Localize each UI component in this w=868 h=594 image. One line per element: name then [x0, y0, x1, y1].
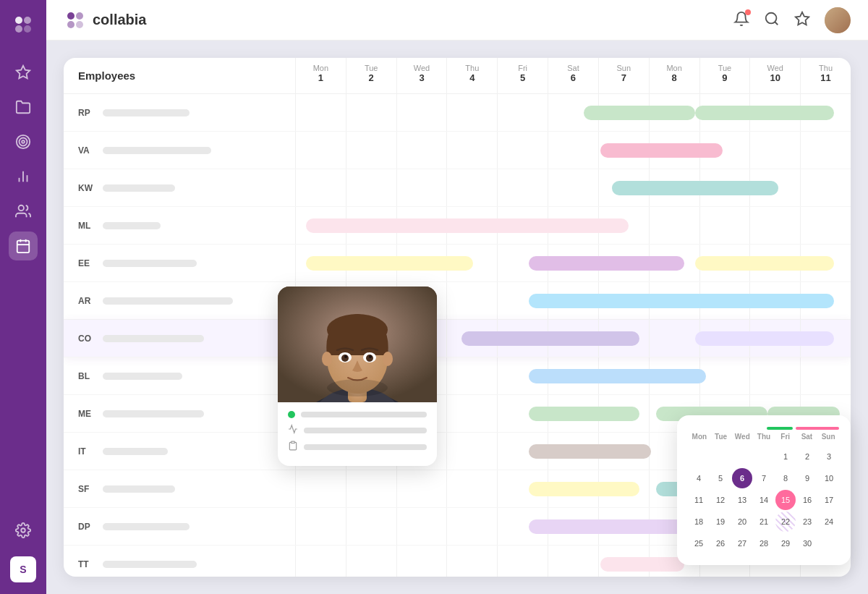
employee-name-placeholder [103, 109, 190, 116]
employee-row-ml[interactable]: ML [64, 207, 851, 245]
day-segment [749, 207, 800, 244]
calendar-cell[interactable]: 25 [689, 533, 709, 553]
sidebar-item-settings[interactable] [9, 516, 38, 545]
header-actions [733, 7, 851, 33]
calendar-cell[interactable]: 15 [775, 490, 796, 510]
calendar-cell[interactable]: 27 [732, 533, 752, 553]
calendar-cell[interactable]: 11 [689, 490, 709, 510]
day-segment [396, 546, 447, 577]
header: collabia [46, 0, 868, 41]
calendar-cell[interactable]: 24 [819, 512, 839, 532]
calendar-cell[interactable]: 9 [797, 468, 817, 488]
calendar-cell[interactable]: 3 [819, 446, 839, 467]
employee-row-ee[interactable]: EE [64, 245, 851, 282]
calendar-cell [819, 533, 839, 553]
employee-initials: AR [78, 296, 95, 306]
day-segment [699, 207, 750, 244]
day-segment [497, 132, 548, 169]
employee-initials: KW [78, 183, 95, 193]
favorites-button[interactable] [794, 11, 810, 30]
svg-point-6 [20, 138, 27, 146]
day-segment [548, 357, 598, 394]
clipboard-icon [288, 441, 298, 453]
day-segment [749, 94, 800, 131]
calendar-cell[interactable]: 16 [797, 490, 817, 510]
calendar-cell[interactable]: 22 [775, 512, 796, 532]
calendar-cell[interactable]: 2 [797, 446, 817, 467]
employee-row-kw[interactable]: KW [64, 169, 851, 207]
timeline-cell-ml [295, 207, 851, 244]
employee-popup-card [278, 287, 437, 466]
employee-status-row [288, 411, 427, 418]
calendar-cell[interactable]: 12 [710, 490, 731, 510]
day-segment [497, 282, 548, 319]
sidebar-item-schedule[interactable] [9, 232, 38, 260]
calendar-day-name: Mon [689, 433, 710, 441]
calendar-cell[interactable]: 30 [797, 533, 817, 553]
employee-cell-va: VA [64, 145, 295, 156]
svg-point-41 [327, 379, 388, 396]
employee-row-rp[interactable]: RP [64, 94, 851, 132]
svg-point-39 [344, 355, 347, 358]
calendar-cell[interactable]: 17 [819, 490, 839, 510]
day-segment [548, 395, 598, 432]
employee-row-ar[interactable]: AR [64, 282, 851, 320]
calendar-cell[interactable]: 10 [819, 468, 839, 488]
calendar-cell[interactable]: 5 [710, 468, 731, 488]
calendar-cell[interactable]: 7 [754, 468, 774, 488]
calendar-cell[interactable]: 28 [754, 533, 774, 553]
notification-button[interactable] [733, 11, 749, 30]
activity-icon [288, 424, 298, 436]
search-button[interactable] [764, 11, 780, 30]
calendar-cell[interactable]: 14 [754, 490, 774, 510]
main-area: collabia Employees [46, 0, 868, 594]
day-segment [548, 207, 598, 244]
day-column-2: Tue2 [346, 58, 396, 93]
day-segment [800, 207, 851, 244]
employee-cell-sf: SF [64, 484, 295, 494]
calendar-cell[interactable]: 20 [732, 512, 752, 532]
day-segment [497, 357, 548, 394]
employee-row-va[interactable]: VA [64, 132, 851, 169]
day-segment [497, 508, 548, 545]
sidebar-item-favorites[interactable] [9, 58, 38, 87]
day-segment [396, 207, 447, 244]
sidebar-user-avatar[interactable]: S [10, 556, 36, 582]
calendar-cell[interactable]: 13 [732, 490, 752, 510]
employee-row-bl[interactable]: BL [64, 357, 851, 395]
day-segment [699, 132, 750, 169]
calendar-cell[interactable]: 19 [710, 512, 731, 532]
avatar-image [825, 7, 851, 33]
day-segment [396, 132, 447, 169]
content-area: Employees Mon1Tue2Wed3Thu4Fri5Sat6Sun7Mo… [46, 41, 868, 594]
sidebar-item-goals[interactable] [9, 127, 38, 156]
employee-cell-kw: KW [64, 183, 295, 193]
calendar-cell[interactable]: 1 [775, 446, 796, 467]
calendar-cell[interactable]: 8 [775, 468, 796, 488]
employee-row-co[interactable]: CO [64, 320, 851, 357]
day-segment [598, 132, 649, 169]
day-segment [346, 508, 396, 545]
calendar-cell[interactable]: 26 [710, 533, 731, 553]
svg-point-2 [15, 25, 22, 33]
calendar-day-name: Sat [796, 433, 818, 441]
sidebar-item-reports[interactable] [9, 162, 38, 191]
svg-point-34 [383, 352, 393, 366]
calendar-cell[interactable]: 6 [732, 468, 752, 488]
employees-column-header: Employees [64, 58, 295, 93]
day-segment [446, 357, 497, 394]
day-segment [446, 207, 497, 244]
sidebar-item-projects[interactable] [9, 93, 38, 122]
calendar-cell[interactable]: 29 [775, 533, 796, 553]
calendar-cell[interactable]: 4 [689, 468, 709, 488]
calendar-cell[interactable]: 18 [689, 512, 709, 532]
employee-initials: ME [78, 409, 95, 419]
employee-photo [278, 287, 437, 402]
calendar-cell[interactable]: 23 [797, 512, 817, 532]
sidebar-item-team[interactable] [9, 197, 38, 226]
calendar-cell[interactable]: 21 [754, 512, 774, 532]
day-segment [396, 508, 447, 545]
user-avatar[interactable] [825, 7, 851, 33]
clipboard-bar [304, 444, 427, 450]
day-segment [598, 245, 649, 281]
